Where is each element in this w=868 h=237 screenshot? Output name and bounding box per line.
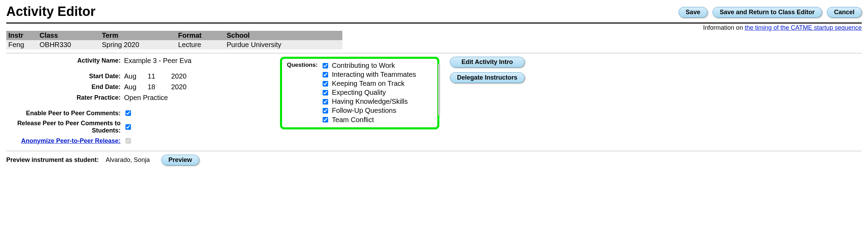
- delegate-instructors-button[interactable]: Delegate Instructors: [450, 72, 525, 83]
- anonymize-checkbox[interactable]: [125, 138, 131, 144]
- question-item: Follow-Up Questions: [321, 107, 416, 115]
- th-class: Class: [37, 31, 100, 40]
- td-class: OBHR330: [37, 40, 100, 49]
- question-item: Having Knowledge/Skills: [321, 98, 416, 106]
- enable-p2p-checkbox[interactable]: [125, 110, 131, 116]
- question-item: Interacting with Teammates: [321, 71, 416, 79]
- preview-student: Alvarado, Sonja: [106, 156, 154, 164]
- end-day: 18: [148, 83, 161, 91]
- th-instr: Instr: [6, 31, 37, 40]
- question-text: Follow-Up Questions: [332, 107, 396, 115]
- save-button[interactable]: Save: [678, 7, 708, 18]
- question-checkbox[interactable]: [323, 90, 328, 95]
- question-checkbox[interactable]: [323, 81, 328, 86]
- info-line: Information on the timing of the CATME s…: [6, 24, 862, 31]
- questions-panel: Questions: Contributing to WorkInteracti…: [280, 57, 439, 129]
- td-school: Purdue University: [225, 40, 342, 49]
- question-text: Having Knowledge/Skills: [332, 98, 408, 106]
- end-month: Aug: [124, 83, 137, 91]
- question-text: Keeping Team on Track: [332, 80, 405, 88]
- preview-label: Preview instrument as student:: [6, 156, 99, 164]
- activity-name-label: Activity Name:: [6, 57, 124, 64]
- table-row: Feng OBHR330 Spring 2020 Lecture Purdue …: [6, 40, 342, 49]
- td-term: Spring 2020: [100, 40, 176, 49]
- question-checkbox[interactable]: [323, 108, 328, 113]
- save-return-button[interactable]: Save and Return to Class Editor: [712, 7, 822, 18]
- start-date-label: Start Date:: [6, 73, 124, 80]
- td-instr: Feng: [6, 40, 37, 49]
- start-year: 2020: [171, 72, 187, 80]
- question-text: Team Conflict: [332, 116, 374, 124]
- scrollbar[interactable]: [438, 64, 440, 116]
- release-p2p-label: Release Peer to Peer Comments to Student…: [6, 120, 124, 134]
- cancel-button[interactable]: Cancel: [827, 7, 862, 18]
- th-term: Term: [100, 31, 176, 40]
- activity-name-value: Example 3 - Peer Eva: [124, 57, 192, 65]
- end-year: 2020: [171, 83, 187, 91]
- rater-practice-value: Open Practice: [124, 94, 168, 102]
- question-item: Team Conflict: [321, 116, 416, 124]
- anonymize-link[interactable]: Anonymize Peer-to-Peer Release:: [21, 137, 121, 144]
- question-checkbox[interactable]: [323, 117, 328, 122]
- divider: [6, 151, 862, 151]
- question-text: Expecting Quality: [332, 89, 386, 97]
- end-date-label: End Date:: [6, 83, 124, 91]
- question-text: Interacting with Teammates: [332, 71, 416, 79]
- question-checkbox[interactable]: [323, 72, 328, 78]
- question-item: Contributing to Work: [321, 62, 416, 70]
- td-format: Lecture: [176, 40, 225, 49]
- question-checkbox[interactable]: [323, 99, 328, 104]
- question-checkbox[interactable]: [323, 63, 328, 69]
- th-school: School: [225, 31, 342, 40]
- question-item: Keeping Team on Track: [321, 80, 416, 88]
- question-text: Contributing to Work: [332, 62, 395, 70]
- class-info-table: Instr Class Term Format School Feng OBHR…: [6, 31, 342, 49]
- enable-p2p-label: Enable Peer to Peer Comments:: [6, 110, 124, 117]
- start-day: 11: [148, 72, 161, 80]
- th-format: Format: [176, 31, 225, 40]
- info-link[interactable]: the timing of the CATME startup sequence: [745, 24, 862, 31]
- questions-label: Questions:: [287, 62, 318, 69]
- divider: [6, 22, 862, 24]
- page-title: Activity Editor: [6, 4, 96, 19]
- question-item: Expecting Quality: [321, 89, 416, 97]
- release-p2p-checkbox[interactable]: [125, 124, 131, 130]
- rater-practice-label: Rater Practice:: [6, 94, 124, 101]
- start-month: Aug: [124, 72, 137, 80]
- top-button-bar: Save Save and Return to Class Editor Can…: [678, 7, 862, 18]
- info-prefix: Information on: [703, 24, 745, 31]
- edit-activity-intro-button[interactable]: Edit Activity Intro: [450, 57, 525, 67]
- preview-button[interactable]: Preview: [161, 155, 199, 165]
- divider: [6, 53, 862, 53]
